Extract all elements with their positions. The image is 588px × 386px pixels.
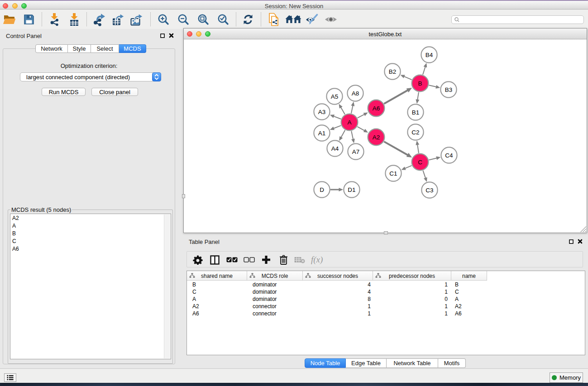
graph-node-B2[interactable]: B2 [384, 63, 400, 79]
table-settings-button[interactable] [190, 252, 206, 268]
table-cell[interactable]: 4 [303, 289, 371, 295]
graph-edge-A-A6[interactable] [358, 114, 365, 118]
graph-edge-A-A5[interactable] [340, 107, 345, 114]
table-cell[interactable]: A2 [455, 303, 491, 310]
table-cell[interactable]: 1 [303, 303, 371, 310]
graph-node-A3[interactable]: A3 [314, 104, 330, 119]
search-input[interactable] [460, 16, 583, 23]
toggle-column-button[interactable] [206, 252, 223, 268]
zoom-selected-button[interactable] [215, 10, 232, 29]
table-cell[interactable]: connector [253, 310, 308, 317]
import-table-button[interactable] [66, 10, 83, 29]
table-cell[interactable]: 8 [303, 296, 371, 302]
graph-node-A7[interactable]: A7 [348, 143, 363, 159]
graph-node-D[interactable]: D [314, 181, 330, 197]
function-builder-button[interactable]: f(x) [310, 252, 326, 268]
tab-motifs[interactable]: Motifs [438, 358, 466, 368]
table-cell[interactable]: A6 [455, 310, 491, 317]
import-network-button[interactable] [46, 10, 63, 29]
graph-edge-A-A7[interactable] [351, 131, 353, 140]
tab-network-table[interactable]: Network Table [387, 358, 438, 368]
run-mcds-button[interactable]: Run MCDS [42, 88, 86, 96]
table-cell[interactable]: B [192, 281, 253, 288]
graph-edge-C-C4[interactable] [429, 158, 437, 160]
table-cell[interactable]: 1 [303, 310, 371, 317]
column-header-predecessor-nodes[interactable]: predecessor nodes [373, 271, 451, 281]
table-cell[interactable]: 1 [373, 303, 448, 310]
export-image-button[interactable] [128, 10, 145, 29]
table-cell[interactable]: A6 [192, 310, 253, 317]
graph-node-A4[interactable]: A4 [327, 140, 343, 156]
table-cell[interactable]: dominator [253, 289, 308, 295]
select-all-button[interactable] [224, 252, 240, 268]
result-item[interactable]: A6 [10, 245, 171, 253]
graph-node-B[interactable]: B [412, 75, 429, 92]
table-cell[interactable]: A [192, 296, 253, 302]
close-table-panel-icon[interactable] [578, 239, 583, 244]
zoom-in-button[interactable] [155, 10, 172, 29]
column-header-name[interactable]: name [451, 271, 487, 281]
export-table-button[interactable] [110, 10, 127, 29]
zoom-fit-button[interactable] [195, 10, 212, 29]
column-header-shared-name[interactable]: shared name [187, 271, 247, 281]
table-cell[interactable]: 1 [373, 289, 448, 295]
table-cell[interactable]: C [455, 289, 491, 295]
table-cell[interactable]: 4 [303, 281, 371, 288]
table-cell[interactable]: A [455, 296, 491, 302]
refresh-layout-button[interactable] [239, 10, 257, 29]
tab-style[interactable]: Style [68, 44, 91, 53]
graph-edge-B-B3[interactable] [429, 85, 437, 87]
graph-edge-A-A4[interactable] [341, 130, 345, 138]
table-cell[interactable]: A2 [192, 303, 253, 310]
graph-edge-A-A1[interactable] [333, 125, 341, 129]
search-field[interactable] [451, 15, 584, 24]
deselect-all-button[interactable] [241, 252, 257, 268]
table-row[interactable]: A2connector11A2 [187, 303, 490, 310]
table-cell[interactable]: 0 [373, 296, 448, 302]
delete-row-button[interactable] [275, 252, 292, 268]
tab-mcds[interactable]: MCDS [119, 44, 146, 53]
show-graphics-details-button[interactable] [322, 10, 339, 29]
graph-edge-A-A2[interactable] [357, 127, 365, 131]
column-header-MCDS-role[interactable]: MCDS role [247, 271, 303, 281]
close-panel-icon[interactable] [169, 33, 174, 38]
graph-edge-B-B4[interactable] [423, 66, 425, 75]
graph-node-A1[interactable]: A1 [314, 125, 330, 141]
hide-graphics-details-button[interactable] [304, 10, 321, 29]
graph-edge-A-A3[interactable] [333, 116, 341, 119]
memory-button[interactable]: Memory [550, 372, 583, 383]
graph-node-C3[interactable]: C3 [421, 182, 437, 198]
table-row[interactable]: Cdominator41C [187, 288, 490, 295]
tab-select[interactable]: Select [91, 44, 119, 53]
save-session-button[interactable] [20, 10, 38, 29]
show-panels-button[interactable] [4, 373, 16, 382]
resize-grip[interactable] [580, 226, 586, 232]
open-session-button[interactable] [0, 10, 18, 29]
criterion-dropdown[interactable]: largest connected component (directed) [20, 72, 161, 81]
mcds-result-list[interactable]: A2ABCA6 [10, 214, 171, 359]
graph-node-C[interactable]: C [412, 154, 429, 171]
graph-edge-B-B1[interactable] [417, 92, 419, 100]
graph-edge-C-C3[interactable] [423, 171, 425, 179]
graph-node-A2[interactable]: A2 [368, 129, 385, 146]
tab-node-table[interactable]: Node Table [305, 358, 346, 368]
graph-node-C2[interactable]: C2 [407, 124, 423, 140]
graph-node-A5[interactable]: A5 [326, 88, 342, 104]
graph-edge-B-B2[interactable] [403, 76, 411, 80]
export-network-button[interactable] [91, 10, 108, 29]
table-cell[interactable]: 1 [373, 310, 448, 317]
tab-network[interactable]: Network [35, 44, 68, 53]
graph-edge-A6-B[interactable] [384, 90, 408, 104]
table-cell[interactable]: dominator [253, 281, 308, 288]
float-panel-icon[interactable] [160, 33, 165, 38]
graph-node-D1[interactable]: D1 [344, 181, 359, 197]
table-row[interactable]: A6connector11A6 [187, 310, 490, 317]
network-canvas[interactable]: B4B2BB3B1A5A8A6A3AA1A2C2A4A7C4CC1C3DD1 [184, 40, 586, 233]
table-cell[interactable]: B [455, 281, 491, 288]
result-item[interactable]: B [10, 229, 171, 237]
graph-node-A8[interactable]: A8 [347, 85, 363, 101]
duplicate-network-button[interactable] [265, 10, 282, 29]
table-cell[interactable]: C [192, 289, 253, 295]
result-scrollbar[interactable] [164, 214, 170, 358]
table-row[interactable]: Bdominator41B [187, 281, 490, 288]
